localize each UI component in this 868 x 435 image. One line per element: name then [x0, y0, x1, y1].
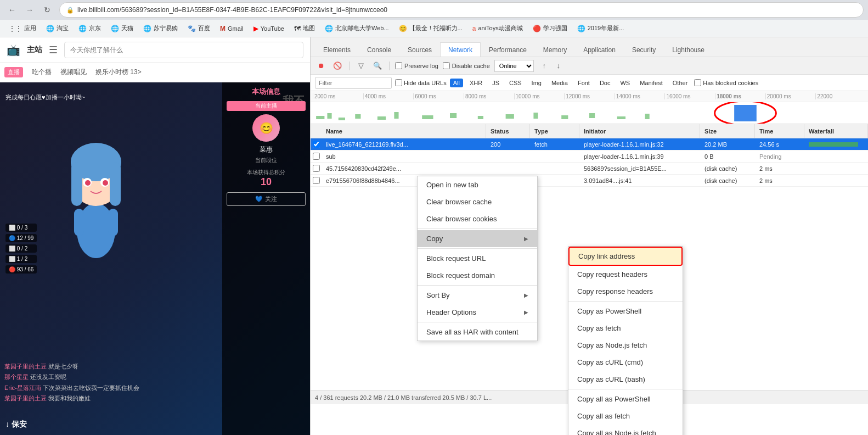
filter-xhr[interactable]: XHR: [466, 79, 486, 87]
bookmark-apps[interactable]: ⋮⋮ 应用: [4, 22, 41, 35]
row-checkbox-3[interactable]: [311, 163, 322, 174]
bilibili-menu-icon[interactable]: ☰: [49, 44, 58, 56]
bookmark-jd-label: 京东: [89, 24, 101, 32]
hide-data-urls-check[interactable]: Hide data URLs: [395, 79, 447, 86]
filter-other[interactable]: Other: [669, 79, 691, 87]
bookmark-study[interactable]: 🔴 学习强国: [528, 22, 572, 35]
bookmark-2019[interactable]: 🌐 2019年最新...: [573, 22, 629, 35]
bookmark-taobao[interactable]: 🌐 淘宝: [42, 22, 73, 35]
bookmark-youtube[interactable]: ▶ YouTube: [249, 23, 289, 35]
reload-button[interactable]: ↻: [40, 2, 55, 18]
row-time-3: 2 ms: [755, 163, 804, 174]
bookmark-baidu[interactable]: 🐾 百度: [183, 22, 215, 35]
tab-network[interactable]: Network: [440, 42, 481, 57]
filter-js[interactable]: JS: [489, 79, 503, 87]
forward-button[interactable]: →: [22, 2, 37, 18]
tab-sources[interactable]: Sources: [399, 42, 440, 57]
nav-item-chibo[interactable]: 吃个播: [32, 68, 52, 77]
svg-rect-19: [478, 116, 483, 119]
header-status[interactable]: Status: [486, 124, 530, 138]
filter-media[interactable]: Media: [548, 79, 571, 87]
timeline-chart[interactable]: [311, 102, 868, 124]
devtools-tabs: Elements Console Sources Network Perform…: [311, 37, 868, 57]
header-type[interactable]: Type: [530, 124, 579, 138]
header-name[interactable]: Name: [322, 124, 486, 138]
disable-cache-checkbox[interactable]: [443, 62, 450, 69]
bilibili-content: 完成每日心愿♥加播一小时呦~ 我不: [0, 82, 310, 435]
clear-button[interactable]: 🚫: [331, 60, 343, 72]
mark-22000: 22000: [815, 93, 866, 99]
table-row[interactable]: e791556706f88d88b4846... 3.091ad84....js…: [311, 175, 868, 187]
filter-img[interactable]: Img: [528, 79, 545, 87]
bookmark-jd[interactable]: 🌐 京东: [74, 22, 105, 35]
row-checkbox-1[interactable]: [311, 138, 322, 150]
filter-input[interactable]: [315, 77, 392, 89]
filter-button[interactable]: ▽: [355, 60, 367, 72]
filter-font[interactable]: Font: [574, 79, 593, 87]
bookmark-maps[interactable]: 🗺 地图: [290, 22, 319, 35]
record-button[interactable]: ⏺: [315, 60, 327, 72]
bookmark-bupt[interactable]: 🌐 北京邮电大学Web...: [320, 22, 393, 35]
overlay-title: 本场信息: [227, 87, 306, 97]
row-waterfall-1: [804, 138, 868, 150]
nav-item-rank[interactable]: 娱乐小时榜 13>: [95, 68, 142, 77]
blocked-cookies-checkbox[interactable]: [694, 79, 701, 86]
bookmark-gmail[interactable]: M Gmail: [216, 23, 248, 35]
bookmark-tianmao[interactable]: 🌐 天猫: [106, 22, 138, 35]
hide-data-urls-checkbox[interactable]: [395, 79, 402, 86]
table-row[interactable]: live_1646746_6212169.flv3d... 200 fetch …: [311, 138, 868, 150]
header-waterfall[interactable]: Waterfall: [804, 124, 868, 138]
tab-application[interactable]: Application: [575, 42, 624, 57]
svg-rect-14: [355, 114, 360, 119]
filter-all[interactable]: All: [450, 79, 463, 87]
preserve-log-checkbox[interactable]: [395, 62, 402, 69]
row-waterfall-3: [804, 163, 868, 174]
bilibili-home[interactable]: 主站: [27, 45, 42, 55]
svg-point-7: [85, 180, 91, 186]
filter-css[interactable]: CSS: [506, 79, 525, 87]
upload-button[interactable]: ↑: [538, 60, 550, 72]
follow-button[interactable]: 💙 关注: [227, 192, 306, 206]
badge-2: 🔵 12 / 99: [5, 234, 37, 242]
filter-doc[interactable]: Doc: [596, 79, 614, 87]
bilibili-search-input[interactable]: [64, 42, 303, 58]
row-type-3: [530, 163, 579, 174]
tab-memory[interactable]: Memory: [535, 42, 575, 57]
header-time[interactable]: Time: [755, 124, 804, 138]
disable-cache-check[interactable]: Disable cache: [443, 62, 490, 69]
mark-18000: 18000 ms: [715, 93, 765, 99]
throttle-select[interactable]: Online Fast 3G Slow 3G Offline: [494, 60, 534, 72]
table-row[interactable]: 45.7156420830cd42f249e... 563689?session…: [311, 163, 868, 175]
taobao-icon: 🌐: [46, 25, 54, 32]
bookmark-suning[interactable]: 🌐 苏宁易购: [139, 22, 182, 35]
filter-ws[interactable]: WS: [617, 79, 633, 87]
row-name-3: 45.7156420830cd42f249e...: [322, 163, 486, 174]
preserve-log-check[interactable]: Preserve log: [395, 62, 438, 69]
row-checkbox-4[interactable]: [311, 175, 322, 186]
row-checkbox-2[interactable]: [311, 150, 322, 162]
bookmark-anitoys[interactable]: a aniToys动漫商城: [468, 22, 527, 35]
tab-lighthouse[interactable]: Lighthouse: [664, 42, 713, 57]
nav-item-video[interactable]: 视频唱见: [60, 68, 87, 77]
tab-console[interactable]: Console: [359, 42, 399, 57]
row-type-4: [530, 175, 579, 186]
bookmark-2019-label: 2019年最新...: [588, 24, 624, 32]
tab-performance[interactable]: Performance: [481, 42, 535, 57]
anitoys-icon: a: [472, 25, 476, 32]
download-button[interactable]: ↓: [553, 60, 565, 72]
back-button[interactable]: ←: [4, 2, 20, 18]
blocked-cookies-check[interactable]: Has blocked cookies: [694, 79, 758, 86]
address-bar[interactable]: 🔒 live.bilibili.com/563689?session_id=B1…: [59, 2, 864, 18]
search-button[interactable]: 🔍: [371, 60, 384, 72]
header-size[interactable]: Size: [700, 124, 755, 138]
table-row[interactable]: sub player-loader-1.16.1.min.js:39 0 B P…: [311, 150, 868, 163]
filter-manifest[interactable]: Manifest: [636, 79, 666, 87]
svg-rect-18: [450, 113, 456, 118]
stream-title: 完成每日心愿♥加播一小时呦~: [5, 93, 85, 102]
bookmark-toefl[interactable]: 😊 【最全！托福听力...: [394, 22, 467, 35]
header-initiator[interactable]: Initiator: [579, 124, 700, 138]
mark-6000: 6000 ms: [413, 93, 464, 99]
tab-security[interactable]: Security: [624, 42, 664, 57]
tab-elements[interactable]: Elements: [315, 42, 359, 57]
bilibili-panel: 📺 主站 ☰ 直播 吃个播 视频唱见 娱乐小时榜 13> 完成每日心愿♥加播一小…: [0, 37, 310, 435]
